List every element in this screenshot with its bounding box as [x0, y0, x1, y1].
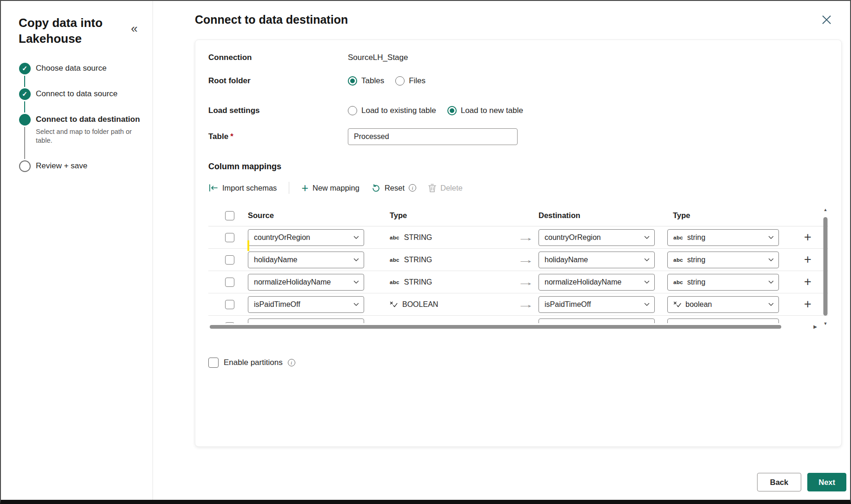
source-type-cell: abc STRING	[380, 233, 513, 242]
step-connect-data-destination[interactable]: Connect to data destination Select and m…	[19, 114, 140, 160]
destination-type-dropdown[interactable]: abc string	[667, 229, 779, 246]
horizontal-scrollbar-thumb[interactable]	[210, 325, 781, 329]
text-type-icon: abc	[673, 257, 683, 263]
destination-type-dropdown[interactable]: boolean	[667, 296, 779, 313]
radio-tables[interactable]: Tables	[348, 76, 384, 86]
radio-selected-icon	[447, 106, 457, 115]
add-mapping-row-button[interactable]: +	[797, 231, 819, 244]
destination-column-dropdown[interactable]: holidayName	[539, 252, 655, 268]
delete-label: Delete	[440, 184, 463, 192]
source-column-value: countryOrRegion	[254, 233, 310, 242]
destination-column-value: countryOrRegion	[545, 233, 601, 242]
load-settings-row: Load settings Load to existing table Loa…	[208, 106, 828, 115]
scroll-up-icon[interactable]: ▲	[824, 208, 828, 212]
check-icon: ✓	[22, 65, 27, 72]
select-all-checkbox[interactable]	[225, 211, 234, 220]
add-mapping-row-button[interactable]: +	[797, 276, 819, 288]
page-title: Connect to data destination	[195, 13, 348, 27]
horizontal-scrollbar[interactable]: ◀ ▶	[208, 323, 817, 331]
source-column-dropdown[interactable]: holidayName	[248, 252, 364, 268]
vertical-scrollbar-thumb[interactable]	[824, 217, 828, 316]
back-button[interactable]: Back	[757, 473, 801, 491]
radio-label: Load to new table	[461, 106, 523, 115]
chevron-down-icon	[768, 258, 774, 262]
source-type-cell: BOOLEAN	[380, 300, 513, 309]
mapping-rows-viewport: countryOrRegion abc STRING → countryOrRe…	[208, 226, 828, 331]
add-mapping-row-button[interactable]: +	[797, 253, 819, 266]
add-mapping-row-button[interactable]: +	[797, 298, 819, 311]
destination-type-dropdown[interactable]: abc string	[667, 274, 779, 291]
header-destination-type: Type	[667, 211, 797, 220]
step-label: Connect to data source	[36, 89, 118, 99]
source-column-value: isPaidTimeOff	[254, 300, 300, 309]
row-checkbox[interactable]	[225, 233, 234, 242]
column-mappings-toolbar: Import schemas + New mapping Reset i Del…	[208, 182, 828, 194]
step-review-save[interactable]: Review + save	[19, 160, 140, 172]
mapping-arrow-icon: →	[513, 254, 539, 266]
collapse-panel-icon[interactable]: «	[131, 22, 138, 34]
source-column-dropdown[interactable]: countryOrRegion	[248, 229, 364, 246]
radio-files[interactable]: Files	[395, 76, 426, 86]
row-checkbox[interactable]	[225, 278, 234, 287]
new-mapping-button[interactable]: + New mapping	[301, 182, 359, 194]
destination-type-value: boolean	[685, 300, 712, 309]
chevron-down-icon	[644, 303, 650, 306]
source-type-label: BOOLEAN	[402, 300, 438, 309]
source-column-value: normalizeHolidayName	[254, 278, 331, 286]
chevron-down-icon	[768, 280, 774, 284]
header-source-type: Type	[380, 211, 513, 220]
close-icon[interactable]	[822, 15, 831, 27]
radio-load-new-table[interactable]: Load to new table	[447, 106, 523, 115]
destination-type-value: string	[687, 256, 705, 264]
header-source: Source	[248, 211, 380, 220]
info-icon[interactable]: i	[288, 359, 295, 366]
mapping-row: countryOrRegion abc STRING → countryOrRe…	[208, 226, 828, 249]
step-complete-icon: ✓	[19, 63, 31, 74]
step-choose-data-source[interactable]: ✓ Choose data source	[19, 63, 140, 88]
chevron-down-icon	[644, 280, 650, 284]
table-name-row: Table*	[208, 128, 828, 145]
next-button[interactable]: Next	[807, 473, 846, 491]
destination-column-dropdown[interactable]: normalizeHolidayName	[539, 274, 655, 291]
source-column-dropdown[interactable]: isPaidTimeOff	[248, 296, 364, 313]
destination-column-dropdown[interactable]: isPaidTimeOff	[539, 296, 655, 313]
info-icon[interactable]: i	[409, 184, 416, 192]
step-connector	[24, 76, 25, 87]
destination-column-dropdown[interactable]: countryOrRegion	[539, 229, 655, 246]
radio-label: Tables	[361, 76, 384, 86]
row-checkbox[interactable]	[225, 300, 234, 309]
row-checkbox[interactable]	[225, 255, 234, 265]
radio-load-existing-table[interactable]: Load to existing table	[348, 106, 436, 115]
connection-value: SourceLH_Stage	[348, 53, 408, 62]
load-settings-label: Load settings	[208, 106, 348, 115]
delete-button[interactable]: Delete	[428, 184, 463, 192]
wizard-sidebar: Copy data into Lakehouse « ✓ Choose data…	[1, 1, 153, 500]
scroll-right-icon[interactable]: ▶	[813, 325, 817, 329]
mapping-arrow-icon: →	[513, 232, 539, 244]
table-label: Table*	[208, 132, 348, 141]
import-schemas-button[interactable]: Import schemas	[208, 184, 277, 192]
mapping-table: Source Type Destination Type countryOr	[208, 205, 828, 331]
enable-partitions-label: Enable partitions	[224, 358, 283, 367]
radio-label: Load to existing table	[361, 106, 436, 115]
chevron-down-icon	[353, 236, 359, 239]
root-folder-row: Root folder Tables Files	[208, 76, 828, 86]
reset-button[interactable]: Reset i	[372, 184, 416, 192]
table-name-input[interactable]	[348, 128, 518, 145]
step-connect-data-source[interactable]: ✓ Connect to data source	[19, 88, 140, 114]
source-column-dropdown[interactable]: normalizeHolidayName	[248, 274, 364, 291]
main-header: Connect to data destination	[195, 13, 842, 27]
enable-partitions-checkbox[interactable]	[208, 358, 219, 368]
enable-partitions-row: Enable partitions i	[208, 358, 828, 368]
text-type-icon: abc	[673, 235, 683, 240]
reset-icon	[372, 184, 380, 192]
import-schemas-label: Import schemas	[222, 184, 277, 192]
trash-icon	[428, 184, 436, 192]
destination-type-value: string	[687, 278, 705, 286]
plus-icon: +	[301, 182, 308, 194]
destination-type-dropdown[interactable]: abc string	[667, 252, 779, 268]
scroll-down-icon[interactable]: ▼	[824, 322, 828, 326]
step-complete-icon: ✓	[19, 88, 31, 100]
column-mappings-heading: Column mappings	[208, 162, 828, 172]
vertical-scrollbar[interactable]: ▲ ▼	[822, 206, 829, 330]
